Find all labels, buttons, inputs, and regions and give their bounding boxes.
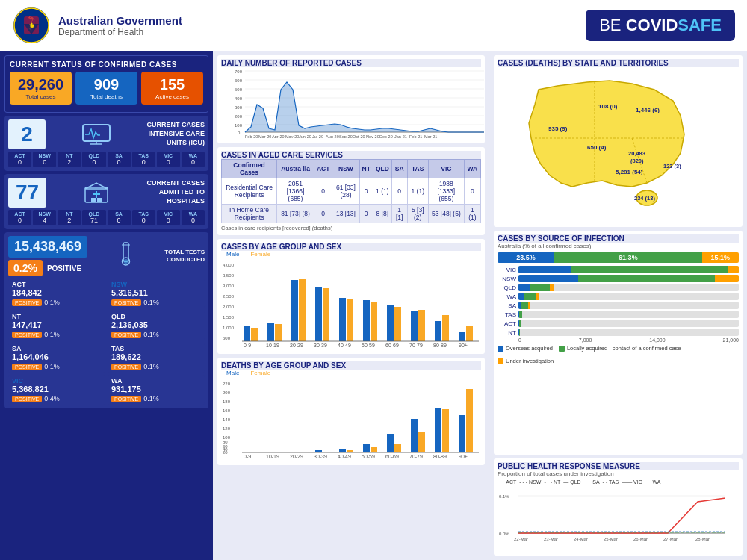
aged-care-box: CASES IN AGED CARE SERVICES Confirmed Ca… bbox=[217, 147, 485, 235]
australia-map: 935 (9) 108 (0) 1,446 (6) 650 (4) 20,483… bbox=[498, 67, 739, 213]
total-deaths-number: 909 bbox=[78, 76, 134, 93]
age-sex-chart-svg: 4,000 3,500 3,000 2,500 2,000 1,500 1,00… bbox=[221, 259, 486, 349]
svg-rect-113 bbox=[418, 432, 425, 452]
svg-text:Jan-21: Jan-21 bbox=[394, 134, 407, 138]
map-section: CASES (DEATHS) BY STATE AND TERRITORIES … bbox=[494, 55, 743, 227]
svg-rect-109 bbox=[371, 447, 377, 452]
svg-text:40-49: 40-49 bbox=[338, 454, 351, 459]
icu-qld: QLD0 bbox=[82, 152, 105, 167]
svg-rect-65 bbox=[299, 279, 306, 341]
col-sa: SA bbox=[391, 160, 407, 178]
aged-care-title: CASES IN AGED CARE SERVICES bbox=[221, 151, 481, 159]
svg-rect-70 bbox=[363, 300, 370, 341]
header-logo: 🦘 🦅 ⚜ Australian Government Department o… bbox=[12, 6, 182, 45]
hospital-icon bbox=[81, 181, 111, 204]
test-nt: NT 147,417 POSITIVE 0.1% bbox=[8, 311, 105, 340]
hospital-label: CURRENT CASES ADMITTED TO HOSPITALS bbox=[146, 179, 205, 205]
svg-rect-115 bbox=[442, 409, 449, 452]
svg-text:123 (3): 123 (3) bbox=[663, 163, 681, 169]
svg-rect-69 bbox=[347, 299, 353, 341]
svg-text:500: 500 bbox=[223, 336, 231, 340]
hbar-nsw: NSW bbox=[498, 275, 739, 282]
table-row: In Home Care Recipients 81 [73] (8) 0 13… bbox=[222, 205, 481, 223]
test-tube-icon bbox=[113, 241, 139, 271]
svg-rect-116 bbox=[459, 415, 465, 452]
svg-marker-128 bbox=[529, 81, 684, 187]
left-panel: CURRENT STATUS OF CONFIRMED CASES 29,260… bbox=[0, 51, 213, 560]
dept-name: Department of Health bbox=[58, 27, 182, 37]
svg-text:4,000: 4,000 bbox=[223, 263, 235, 267]
col-confirmed: Confirmed Cases bbox=[222, 160, 277, 178]
col-act: ACT bbox=[314, 160, 332, 178]
svg-rect-79 bbox=[466, 326, 473, 341]
test-sa: SA 1,164,046 POSITIVE 0.1% bbox=[8, 343, 105, 373]
svg-text:160: 160 bbox=[223, 408, 231, 413]
svg-text:40-49: 40-49 bbox=[338, 343, 351, 348]
local-segment: 61.3% bbox=[554, 252, 702, 263]
deaths-sex-chart-box: DEATHS BY AGE GROUP AND SEX ■ Male ■ Fem… bbox=[217, 358, 485, 465]
col-tas: TAS bbox=[407, 160, 428, 178]
col-qld: QLD bbox=[373, 160, 391, 178]
main-content: CURRENT STATUS OF CONFIRMED CASES 29,260… bbox=[0, 51, 747, 560]
svg-text:20-29: 20-29 bbox=[290, 343, 303, 348]
svg-text:Aug-20: Aug-20 bbox=[326, 134, 339, 138]
invest-segment: 15.1% bbox=[702, 252, 739, 263]
gov-name: Australian Government bbox=[58, 14, 182, 27]
svg-text:200: 200 bbox=[223, 391, 231, 395]
coat-of-arms-icon: 🦘 🦅 ⚜ bbox=[12, 6, 51, 45]
svg-text:Jun-20: Jun-20 bbox=[299, 134, 311, 138]
svg-text:70-79: 70-79 bbox=[409, 343, 423, 348]
table-row: Residential Care Recipients 2051 [1366] … bbox=[222, 178, 481, 205]
svg-text:935 (9): 935 (9) bbox=[548, 125, 568, 132]
icu-monitor-icon bbox=[81, 123, 111, 146]
icu-tas: TAS0 bbox=[132, 152, 155, 167]
svg-rect-107 bbox=[347, 450, 353, 452]
covidsafe-badge: BE COVIDSAFE bbox=[586, 10, 735, 41]
svg-text:650 (4): 650 (4) bbox=[587, 144, 607, 151]
svg-rect-16 bbox=[97, 198, 102, 202]
svg-text:10-19: 10-19 bbox=[266, 454, 279, 459]
svg-rect-108 bbox=[363, 444, 370, 452]
svg-rect-61 bbox=[251, 328, 258, 341]
svg-text:90+: 90+ bbox=[459, 343, 468, 348]
svg-rect-62 bbox=[267, 323, 274, 341]
deaths-sex-legend: ■ Male ■ Female bbox=[221, 370, 481, 376]
svg-text:27-Mar: 27-Mar bbox=[663, 537, 678, 541]
svg-text:60-69: 60-69 bbox=[385, 454, 399, 459]
deaths-sex-chart-svg: 220 200 180 160 140 120 100 80 60 40 20 bbox=[221, 378, 486, 460]
svg-rect-64 bbox=[291, 280, 298, 341]
svg-text:20-29: 20-29 bbox=[290, 454, 303, 459]
svg-text:(820): (820) bbox=[630, 158, 644, 164]
svg-rect-117 bbox=[466, 389, 473, 452]
svg-text:Feb-20: Feb-20 bbox=[245, 134, 258, 138]
total-cases-badge: 29,260 Total cases bbox=[10, 72, 72, 105]
svg-rect-76 bbox=[435, 321, 441, 341]
svg-text:0-9: 0-9 bbox=[244, 343, 251, 348]
source-legend: Overseas acquired Locally acquired - con… bbox=[498, 345, 739, 364]
icu-label: CURRENT CASES INTENSIVE CARE UNITS (ICU) bbox=[146, 121, 205, 147]
icu-nt: NT2 bbox=[58, 152, 81, 167]
svg-text:Sep-20: Sep-20 bbox=[339, 134, 353, 138]
svg-text:28-Mar: 28-Mar bbox=[695, 537, 710, 541]
positive-row: 0.2% POSITIVE bbox=[8, 260, 87, 276]
svg-text:Oct-20: Oct-20 bbox=[353, 134, 365, 138]
svg-text:100: 100 bbox=[235, 123, 243, 128]
right-panel: CASES (DEATHS) BY STATE AND TERRITORIES … bbox=[489, 51, 747, 560]
source-subtitle: Australia (% of all confirmed cases) bbox=[498, 243, 739, 249]
svg-text:20,483: 20,483 bbox=[628, 150, 645, 157]
public-health-section: PUBLIC HEALTH RESPONSE MEASURE Proportio… bbox=[494, 458, 743, 556]
svg-rect-114 bbox=[435, 408, 441, 452]
hbar-sa: SA bbox=[498, 302, 739, 309]
svg-rect-72 bbox=[387, 305, 394, 341]
svg-text:0: 0 bbox=[238, 131, 241, 135]
col-nt: NT bbox=[359, 160, 373, 178]
header: 🦘 🦅 ⚜ Australian Government Department o… bbox=[0, 0, 747, 51]
svg-text:700: 700 bbox=[235, 69, 243, 74]
total-deaths-label: Total deaths bbox=[78, 93, 134, 100]
col-nsw: NSW bbox=[332, 160, 359, 178]
svg-text:Mar-21: Mar-21 bbox=[424, 134, 437, 138]
map-title: CASES (DEATHS) BY STATE AND TERRITORIES bbox=[498, 59, 739, 67]
test-tas: TAS 189,622 POSITIVE 0.1% bbox=[108, 343, 205, 373]
cases-badges-row: 29,260 Total cases 909 Total deaths 155 … bbox=[10, 72, 203, 105]
svg-text:Mar-20: Mar-20 bbox=[258, 134, 271, 138]
